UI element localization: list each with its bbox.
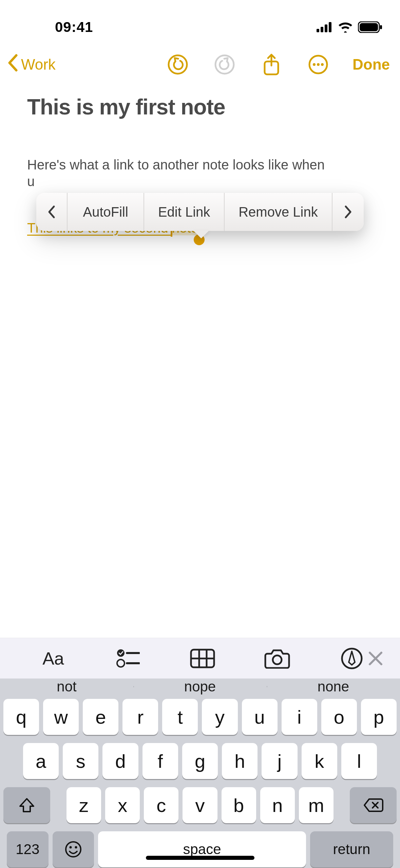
key-x[interactable]: x — [105, 787, 140, 823]
svg-rect-3 — [329, 22, 331, 32]
key-e[interactable]: e — [83, 699, 118, 735]
close-toolbar-button[interactable] — [365, 645, 386, 672]
svg-point-16 — [117, 659, 125, 667]
key-numbers[interactable]: 123 — [7, 831, 49, 867]
key-w[interactable]: w — [43, 699, 79, 735]
share-button[interactable] — [261, 54, 282, 75]
note-body-line2[interactable]: u — [27, 174, 373, 189]
key-space[interactable]: space — [98, 831, 306, 867]
key-l[interactable]: l — [341, 743, 377, 779]
key-g[interactable]: g — [182, 743, 218, 779]
markup-button[interactable] — [339, 645, 365, 672]
svg-point-13 — [321, 63, 324, 66]
svg-point-22 — [273, 655, 282, 664]
key-row-3: z x c v b n m — [3, 787, 397, 823]
status-bar: 09:41 — [0, 0, 400, 44]
more-button[interactable] — [308, 54, 329, 75]
key-b[interactable]: b — [222, 787, 256, 823]
table-button[interactable] — [189, 645, 216, 672]
key-f[interactable]: f — [142, 743, 178, 779]
home-indicator[interactable] — [146, 856, 254, 860]
svg-point-11 — [313, 63, 316, 66]
camera-button[interactable] — [264, 645, 290, 672]
key-d[interactable]: d — [102, 743, 138, 779]
key-z[interactable]: z — [66, 787, 101, 823]
key-q[interactable]: q — [3, 699, 39, 735]
chevron-left-icon — [7, 54, 19, 75]
svg-point-24 — [66, 842, 81, 857]
wifi-icon — [338, 22, 353, 33]
suggestion-2[interactable]: nope — [133, 679, 267, 695]
svg-rect-5 — [360, 23, 378, 31]
key-return[interactable]: return — [310, 831, 393, 867]
key-m[interactable]: m — [299, 787, 334, 823]
key-h[interactable]: h — [222, 743, 258, 779]
key-row-2: a s d f g h j k l — [3, 743, 397, 779]
context-menu-edit-link[interactable]: Edit Link — [144, 193, 225, 231]
key-p[interactable]: p — [361, 699, 397, 735]
key-n[interactable]: n — [260, 787, 295, 823]
key-shift[interactable] — [3, 787, 50, 823]
key-emoji[interactable] — [53, 831, 94, 867]
svg-rect-6 — [380, 25, 382, 29]
context-menu-next[interactable] — [332, 193, 364, 231]
svg-rect-2 — [325, 24, 327, 32]
key-backspace[interactable] — [350, 787, 397, 823]
key-i[interactable]: i — [282, 699, 317, 735]
key-k[interactable]: k — [302, 743, 337, 779]
format-toolbar: Aa — [0, 638, 400, 679]
svg-point-25 — [69, 846, 72, 849]
key-s[interactable]: s — [63, 743, 98, 779]
context-menu-prev[interactable] — [36, 193, 68, 231]
nav-bar: Work Done — [0, 44, 400, 85]
redo-button[interactable] — [214, 54, 235, 75]
battery-icon — [358, 21, 382, 33]
key-a[interactable]: a — [23, 743, 59, 779]
status-icons — [317, 21, 382, 33]
note-body-line1[interactable]: Here's what a link to another note looks… — [27, 156, 373, 174]
suggestion-1[interactable]: not — [0, 679, 133, 695]
svg-point-14 — [117, 649, 125, 657]
back-label: Work — [21, 56, 56, 73]
context-menu-autofill[interactable]: AutoFill — [68, 193, 144, 231]
key-row-4: 123 space return — [3, 831, 397, 867]
checklist-button[interactable] — [115, 645, 141, 672]
back-button[interactable]: Work — [7, 54, 56, 75]
keyboard: not nope none q w e r t y u i o p a s d … — [0, 679, 400, 868]
key-c[interactable]: c — [144, 787, 178, 823]
done-button[interactable]: Done — [353, 56, 390, 73]
suggestion-bar: not nope none — [0, 679, 400, 695]
text-style-button[interactable]: Aa — [40, 645, 66, 672]
key-o[interactable]: o — [321, 699, 357, 735]
note-title[interactable]: This is my first note — [27, 94, 373, 120]
context-menu: AutoFill Edit Link Remove Link — [36, 193, 364, 231]
key-row-1: q w e r t y u i o p — [3, 699, 397, 735]
svg-point-26 — [75, 846, 77, 849]
key-j[interactable]: j — [262, 743, 297, 779]
key-v[interactable]: v — [183, 787, 217, 823]
svg-point-12 — [317, 63, 320, 66]
suggestion-3[interactable]: none — [267, 679, 400, 695]
status-time: 09:41 — [55, 19, 93, 35]
key-y[interactable]: y — [202, 699, 237, 735]
key-u[interactable]: u — [242, 699, 278, 735]
svg-rect-0 — [317, 29, 319, 32]
cellular-icon — [317, 22, 333, 32]
key-r[interactable]: r — [122, 699, 158, 735]
undo-button[interactable] — [167, 54, 188, 75]
context-menu-remove-link[interactable]: Remove Link — [225, 193, 332, 231]
svg-rect-1 — [321, 27, 323, 32]
key-t[interactable]: t — [162, 699, 198, 735]
